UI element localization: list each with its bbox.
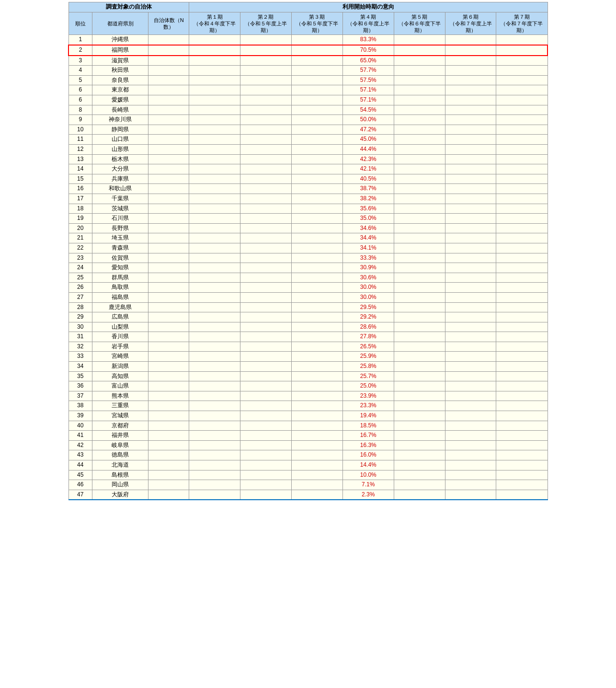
table-row: 40京都府18.5% <box>68 421 548 431</box>
table-row: 22青森県34.1% <box>68 243 548 253</box>
count-header: 自治体数（N数） <box>148 12 189 35</box>
intent-group-header: 利用開始時期の意向 <box>189 2 548 12</box>
table-row: 27福島県30.0% <box>68 292 548 302</box>
table-row: 3滋賀県65.0% <box>68 56 548 66</box>
table-row: 15兵庫県40.5% <box>68 174 548 184</box>
table-row: 2福岡県70.5% <box>68 45 548 56</box>
table-row: 14大分県42.1% <box>68 164 548 174</box>
table-row: 44北海道14.4% <box>68 460 548 470</box>
header-row-top: 調査対象の自治体 利用開始時期の意向 <box>68 2 548 12</box>
table-row: 33宮崎県25.9% <box>68 352 548 362</box>
ranking-table: 調査対象の自治体 利用開始時期の意向 順位 都道府県別 自治体数（N数） 第１期… <box>68 2 548 500</box>
period5-header: 第５期 （令和６年度下半期） <box>394 12 445 35</box>
table-row: 47大阪府2.3% <box>68 490 548 500</box>
period7-header: 第７期 （令和７年度下半期） <box>496 12 548 35</box>
table-row: 13栃木県42.3% <box>68 154 548 164</box>
table-row: 11山口県45.0% <box>68 135 548 145</box>
table-row: 6愛媛県57.1% <box>68 95 548 105</box>
table-row: 5奈良県57.5% <box>68 75 548 85</box>
table-row: 37熊本県23.9% <box>68 391 548 401</box>
table-row: 18茨城県35.6% <box>68 204 548 214</box>
header-row-sub: 順位 都道府県別 自治体数（N数） 第１期 （令和４年度下半期） 第２期 （令和… <box>68 12 548 35</box>
table-row: 23佐賀県33.3% <box>68 253 548 263</box>
table-row: 12山形県44.4% <box>68 145 548 155</box>
period3-header: 第３期 （令和５年度下半期） <box>291 12 342 35</box>
table-row: 24愛知県30.9% <box>68 263 548 273</box>
table-row: 36富山県25.0% <box>68 381 548 391</box>
table-row: 28鹿児島県29.5% <box>68 302 548 312</box>
table-row: 46岡山県7.1% <box>68 480 548 490</box>
pref-header: 都道府県別 <box>92 12 148 35</box>
period2-header: 第２期 （令和５年度上半期） <box>240 12 292 35</box>
table-row: 8長崎県54.5% <box>68 105 548 115</box>
main-table-wrapper: 調査対象の自治体 利用開始時期の意向 順位 都道府県別 自治体数（N数） 第１期… <box>66 0 550 502</box>
table-row: 9神奈川県50.0% <box>68 115 548 125</box>
table-row: 39宮城県19.4% <box>68 411 548 421</box>
survey-group-header: 調査対象の自治体 <box>68 2 189 12</box>
table-row: 4秋田県57.7% <box>68 66 548 76</box>
table-row: 29広島県29.2% <box>68 312 548 322</box>
table-row: 21埼玉県34.4% <box>68 233 548 243</box>
table-row: 30山梨県28.6% <box>68 322 548 332</box>
table-row: 10静岡県47.2% <box>68 125 548 135</box>
period1-header: 第１期 （令和４年度下半期） <box>189 12 240 35</box>
table-row: 6東京都57.1% <box>68 85 548 95</box>
period6-header: 第６期 （令和７年度上半期） <box>445 12 496 35</box>
table-row: 35高知県25.7% <box>68 371 548 381</box>
table-row: 42岐阜県16.3% <box>68 440 548 450</box>
table-row: 25群馬県30.6% <box>68 273 548 283</box>
table-row: 34新潟県25.8% <box>68 362 548 372</box>
table-row: 20長野県34.6% <box>68 223 548 233</box>
table-row: 19石川県35.0% <box>68 214 548 224</box>
table-row: 43徳島県16.0% <box>68 450 548 460</box>
table-row: 16和歌山県38.7% <box>68 184 548 194</box>
table-body: 1沖縄県83.3%2福岡県70.5%3滋賀県65.0%4秋田県57.7%5奈良県… <box>68 35 548 500</box>
table-row: 1沖縄県83.3% <box>68 35 548 45</box>
table-row: 41福井県16.7% <box>68 431 548 441</box>
table-row: 17千葉県38.2% <box>68 194 548 204</box>
table-row: 38三重県23.3% <box>68 401 548 411</box>
table-row: 32岩手県26.5% <box>68 342 548 352</box>
period4-header: 第４期 （令和６年度上半期） <box>342 12 394 35</box>
table-row: 31香川県27.8% <box>68 332 548 342</box>
rank-header: 順位 <box>68 12 92 35</box>
table-row: 45島根県10.0% <box>68 470 548 480</box>
table-row: 26鳥取県30.0% <box>68 283 548 293</box>
